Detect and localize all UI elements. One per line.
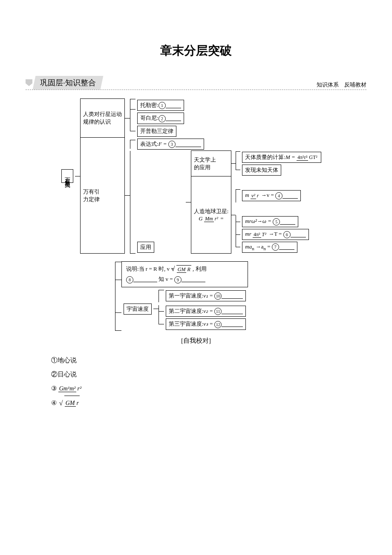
cosmic-v1-item: 第一宇宙速度:v₁ = 10 (166, 290, 246, 302)
sqrt-icon: GMR (176, 265, 191, 273)
knowledge-diagram: 万有引力与航天 人类对行星运动 规律的认识 托勒密:1 哥白尼:2 开普勒三定律 (60, 98, 332, 331)
application-node: 应用 (137, 242, 154, 253)
document-page: 章末分层突破 巩固层·知识整合 知识体系 反哺教材 万有引力与航天 人类对行星运… (0, 0, 392, 427)
section-right-text: 知识体系 反哺教材 (317, 81, 366, 89)
root-node: 万有引力与航天 (61, 169, 73, 183)
cosmic-node: 宇宙速度 (124, 304, 152, 315)
mass-calc-item: 天体质量的计算:M = 4π²r³GT² (242, 152, 321, 163)
ptolemy-item: 托勒密:1 (137, 100, 184, 111)
page-title: 章末分层突破 (26, 43, 366, 59)
discover-item: 发现未知天体 (242, 165, 281, 176)
note-box: 说明:当 r = R 时, v = GMR , 利用 8 知 v = 9 (122, 262, 248, 287)
sqrt-icon: GMr (63, 396, 80, 410)
answers-section: ①地心说 ②日心说 ③ Gm¹m²r² ④ GMr (26, 353, 366, 410)
copernicus-item: 哥白尼:2 (137, 113, 184, 124)
self-check-label: [自我校对] (26, 337, 366, 345)
eq-t-item: mr 4π²T² →T = 6 (242, 229, 308, 240)
answer-1: ①地心说 (51, 353, 366, 367)
gravity-law-node: 万有引 力定律 (81, 138, 125, 254)
answer-4: ④ GMr (51, 396, 366, 410)
expression-item: 表达式:F = 3 (137, 139, 204, 150)
answer-3: ③ Gm¹m²r² (51, 382, 366, 396)
section-header: 巩固层·知识整合 知识体系 反哺教材 (26, 76, 366, 90)
cosmic-v3-item: 第三宇宙速度:v₃ = 12 (166, 318, 246, 330)
arrow-down-icon (26, 79, 32, 86)
cosmic-v2-item: 第二宇宙速度:v₂ = 11 (166, 306, 246, 317)
astronomy-node: 天文学上 的应用 (191, 151, 231, 176)
eq-omega-item: mrω²→ω = 5 (242, 216, 298, 227)
section-label: 巩固层·知识整合 (33, 76, 104, 90)
eq-v-item: m v²r →v = 4 (242, 190, 301, 201)
satellite-node: 人造地球卫星: G Mmr² = (191, 176, 231, 254)
branch-history-node: 人类对行星运动 规律的认识 (81, 99, 125, 138)
eq-an-item: man →an = 7 (242, 242, 297, 253)
answer-2: ②日心说 (51, 367, 366, 382)
kepler-item: 开普勒三定律 (137, 126, 176, 137)
